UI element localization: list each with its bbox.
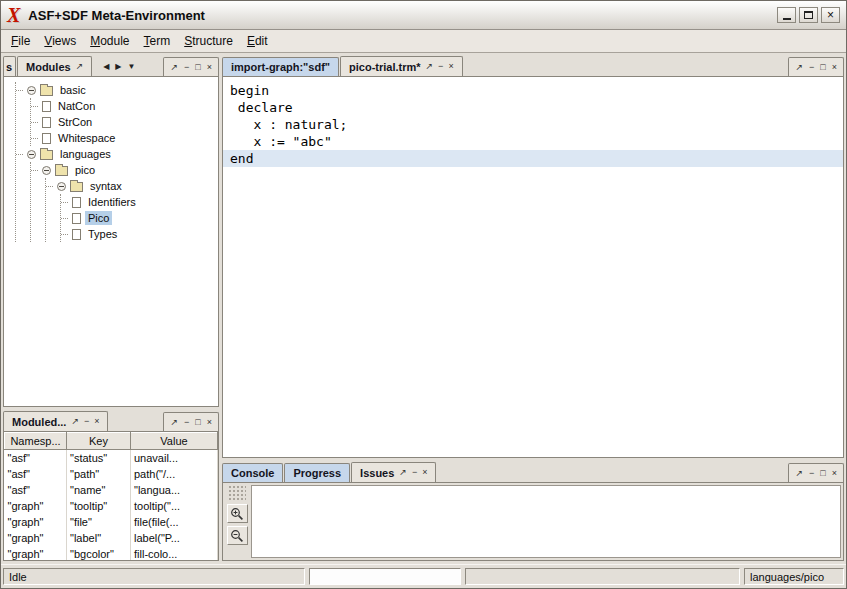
- window-minimize-button[interactable]: [777, 7, 796, 23]
- collapse-icon[interactable]: [27, 150, 36, 159]
- window-close-button[interactable]: ×: [821, 7, 840, 23]
- minimize-icon[interactable]: −: [412, 468, 417, 477]
- editor-body[interactable]: begin declare x : natural; x := "abc" en…: [222, 76, 844, 458]
- detach-icon[interactable]: ↗: [76, 62, 84, 71]
- minimize-icon[interactable]: −: [184, 63, 189, 72]
- left-horizontal-splitter[interactable]: [3, 407, 219, 410]
- table-row[interactable]: "graph" "bgcolor" fill-colo...: [5, 546, 218, 562]
- window-maximize-button[interactable]: [799, 7, 818, 23]
- tree-node-languages[interactable]: languages: [16, 146, 214, 162]
- table-row[interactable]: "asf" "path" path("/...: [5, 466, 218, 482]
- zoom-out-button[interactable]: [227, 526, 248, 545]
- tree-node-natcon[interactable]: NatCon: [31, 98, 214, 114]
- editor-line[interactable]: x : natural;: [223, 116, 843, 133]
- table-cell[interactable]: "file": [67, 514, 131, 530]
- menu-structure[interactable]: Structure: [177, 31, 240, 51]
- collapse-icon[interactable]: [57, 182, 66, 191]
- tab-progress[interactable]: Progress: [284, 463, 350, 482]
- maximize-icon[interactable]: □: [820, 469, 825, 478]
- maximize-icon[interactable]: □: [195, 63, 200, 72]
- table-cell[interactable]: fill-colo...: [131, 546, 218, 562]
- table-cell[interactable]: unavail...: [131, 450, 218, 466]
- close-icon[interactable]: ×: [448, 62, 453, 71]
- table-cell[interactable]: path("/...: [131, 466, 218, 482]
- editor-line[interactable]: begin: [223, 82, 843, 99]
- right-horizontal-splitter[interactable]: [222, 458, 844, 461]
- menu-views[interactable]: Views: [37, 31, 83, 51]
- detach-icon[interactable]: ↗: [426, 62, 434, 71]
- maximize-icon[interactable]: □: [195, 418, 200, 427]
- tab-partial-modules[interactable]: s: [3, 56, 16, 76]
- table-cell[interactable]: tooltip("...: [131, 498, 218, 514]
- tree-node-syntax[interactable]: syntax: [46, 178, 214, 194]
- tab-import-graph[interactable]: import-graph:"sdf": [222, 57, 339, 76]
- tree-node-whitespace[interactable]: Whitespace: [31, 130, 214, 146]
- tab-pico-trial[interactable]: pico-trial.trm* ↗ − ×: [340, 56, 463, 76]
- table-cell[interactable]: "graph": [5, 530, 67, 546]
- table-cell[interactable]: "name": [67, 482, 131, 498]
- collapse-icon[interactable]: [27, 86, 36, 95]
- table-cell[interactable]: "asf": [5, 482, 67, 498]
- tree-node-identifiers[interactable]: Identifiers: [61, 194, 214, 210]
- column-header-namespace[interactable]: Namesp...: [5, 433, 67, 450]
- table-cell[interactable]: "tooltip": [67, 498, 131, 514]
- table-row[interactable]: "graph" "tooltip" tooltip("...: [5, 498, 218, 514]
- column-header-key[interactable]: Key: [67, 433, 131, 450]
- close-icon[interactable]: ×: [207, 63, 212, 72]
- table-cell[interactable]: "graph": [5, 514, 67, 530]
- minimize-icon[interactable]: −: [84, 417, 89, 426]
- editor-line-current[interactable]: end: [223, 150, 843, 167]
- minimize-icon[interactable]: −: [809, 63, 814, 72]
- nav-forward-button[interactable]: ▶: [115, 63, 121, 71]
- table-row[interactable]: "asf" "status" unavail...: [5, 450, 218, 466]
- detach-icon[interactable]: ↗: [399, 468, 407, 477]
- view-menu-button[interactable]: ▼: [127, 63, 135, 71]
- detach-icon[interactable]: ↗: [170, 63, 178, 72]
- table-cell[interactable]: "asf": [5, 450, 67, 466]
- collapse-icon[interactable]: [42, 166, 51, 175]
- table-cell[interactable]: "bgcolor": [67, 546, 131, 562]
- menu-module[interactable]: Module: [83, 31, 136, 51]
- toolbar-grip[interactable]: [228, 485, 246, 501]
- editor-line[interactable]: x := "abc": [223, 133, 843, 150]
- close-icon[interactable]: ×: [422, 468, 427, 477]
- nav-back-button[interactable]: ◀: [103, 63, 109, 71]
- tree-node-basic[interactable]: basic: [16, 82, 214, 98]
- table-row[interactable]: "graph" "file" file(file(...: [5, 514, 218, 530]
- detach-icon[interactable]: ↗: [795, 469, 803, 478]
- table-cell[interactable]: "graph": [5, 498, 67, 514]
- table-cell[interactable]: label("P...: [131, 530, 218, 546]
- tab-console[interactable]: Console: [222, 463, 283, 482]
- minimize-icon[interactable]: −: [184, 418, 189, 427]
- tab-module-details[interactable]: Moduled... ↗ − ×: [3, 411, 108, 431]
- table-cell[interactable]: "langua...: [131, 482, 218, 498]
- vertical-splitter[interactable]: [219, 55, 222, 560]
- close-icon[interactable]: ×: [832, 63, 837, 72]
- menu-file[interactable]: File: [4, 31, 37, 51]
- detach-icon[interactable]: ↗: [795, 63, 803, 72]
- close-icon[interactable]: ×: [94, 417, 99, 426]
- editor-line[interactable]: declare: [223, 99, 843, 116]
- table-cell[interactable]: "asf": [5, 466, 67, 482]
- close-icon[interactable]: ×: [207, 418, 212, 427]
- tree-node-pico[interactable]: Pico: [61, 210, 214, 226]
- menu-term[interactable]: Term: [137, 31, 178, 51]
- table-cell[interactable]: "label": [67, 530, 131, 546]
- code-editor[interactable]: begin declare x : natural; x := "abc" en…: [223, 77, 843, 172]
- menu-edit[interactable]: Edit: [240, 31, 275, 51]
- minimize-icon[interactable]: −: [438, 62, 443, 71]
- table-cell[interactable]: file(file(...: [131, 514, 218, 530]
- detach-icon[interactable]: ↗: [71, 417, 79, 426]
- table-cell[interactable]: "status": [67, 450, 131, 466]
- tree-node-pico-folder[interactable]: pico: [31, 162, 214, 178]
- column-header-value[interactable]: Value: [131, 433, 218, 450]
- minimize-icon[interactable]: −: [809, 469, 814, 478]
- close-icon[interactable]: ×: [832, 469, 837, 478]
- detach-icon[interactable]: ↗: [170, 418, 178, 427]
- zoom-in-button[interactable]: [227, 504, 248, 523]
- tab-modules[interactable]: Modules ↗: [17, 56, 92, 76]
- table-row[interactable]: "asf" "name" "langua...: [5, 482, 218, 498]
- tree-node-types[interactable]: Types: [61, 226, 214, 242]
- tree-node-strcon[interactable]: StrCon: [31, 114, 214, 130]
- tab-issues[interactable]: Issues ↗ − ×: [351, 462, 436, 482]
